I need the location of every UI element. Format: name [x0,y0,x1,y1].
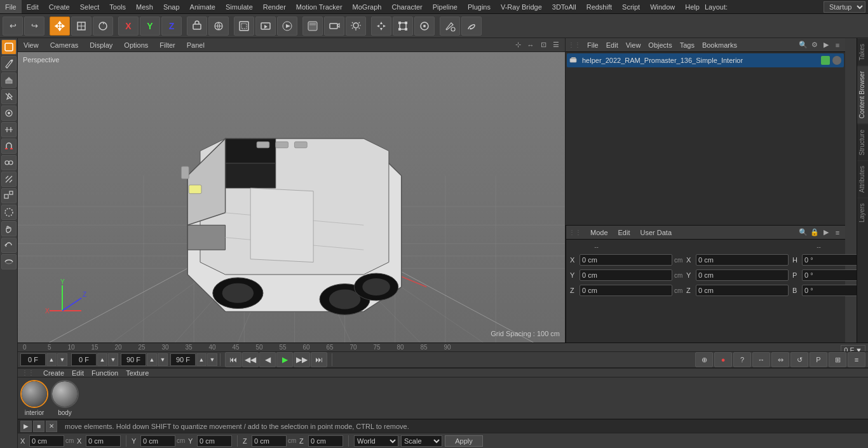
rotate-object-button[interactable] [414,17,435,36]
rotate-key-button[interactable]: ↺ [790,352,808,367]
menu-snap[interactable]: Snap [158,0,185,13]
z-size-input[interactable] [696,285,789,296]
spin-tool[interactable] [1,238,17,253]
end-frame-up[interactable]: ▲ [147,353,157,366]
world-transform-button[interactable] [208,17,229,36]
material-item-body[interactable]: body [51,380,79,416]
object-tag-green[interactable] [821,56,830,65]
attr-mode-menu[interactable]: Mode [588,229,611,236]
weld-tool[interactable] [1,155,17,170]
sculpt-button[interactable] [461,17,482,36]
record-active-button[interactable]: ● [714,352,732,367]
mat-create-menu[interactable]: Create [43,369,64,377]
om-file-menu[interactable]: File [585,41,601,49]
om-search-icon[interactable]: 🔍 [798,40,808,50]
table-row[interactable]: helper_2022_RAM_Promaster_136_Simple_Int… [567,53,844,67]
om-edit-menu[interactable]: Edit [604,41,621,49]
record-button[interactable]: ⊕ [695,352,713,367]
move-key-button[interactable]: ↔ [752,352,770,367]
x-position-input[interactable] [580,254,672,266]
attributes-tab[interactable]: Attributes [857,160,868,198]
y-axis-button[interactable]: Y [140,17,160,36]
move-object-button[interactable] [371,17,391,36]
attr-expand-icon[interactable]: ▶ [821,227,831,238]
menu-pipeline[interactable]: Pipeline [428,0,463,13]
viewport-panel-menu[interactable]: Panel [185,41,207,49]
end-frame-input[interactable] [121,353,146,366]
object-mode-button[interactable] [187,17,207,36]
frame-up-arrow[interactable]: ▲ [46,353,57,366]
menu-edit[interactable]: Edit [22,0,44,13]
render-button[interactable] [277,17,297,36]
menu-motion-tracker[interactable]: Motion Tracker [291,0,348,13]
bridge-tool[interactable] [1,122,17,137]
viewport-shading-button[interactable] [302,17,323,36]
render-region-button[interactable] [234,17,254,36]
max-frame-input[interactable] [170,353,196,366]
x-coord-input[interactable] [29,435,64,447]
y-size-input[interactable] [696,269,789,281]
menu-character[interactable]: Character [386,0,427,13]
frame-indicator[interactable]: 0 F ▼ [841,345,865,352]
max-frame-up[interactable]: ▲ [196,353,207,366]
structure-tab[interactable]: Structure [857,124,868,161]
z-position-input[interactable] [580,285,672,296]
camera-button[interactable] [324,17,344,36]
menu-script[interactable]: Script [617,0,645,13]
layout-select[interactable]: Startup [824,1,865,13]
y2-coord-input[interactable] [197,435,232,447]
om-bookmarks-menu[interactable]: Bookmarks [700,41,740,49]
loop-cut-tool[interactable] [1,105,17,121]
object-tool[interactable] [1,39,17,55]
menu-mesh[interactable]: Mesh [131,0,158,13]
z2-coord-input[interactable] [308,435,343,447]
menu-tools[interactable]: Tools [104,0,131,13]
menu-plugins[interactable]: Plugins [463,0,496,13]
start-frame-down[interactable]: ▼ [108,353,118,366]
paint-select-tool[interactable] [1,205,17,220]
material-sphere-body[interactable] [51,380,79,408]
param-button[interactable]: P [810,352,827,367]
om-objects-menu[interactable]: Objects [646,41,674,49]
magnet-tool[interactable] [1,139,17,154]
om-expand-icon[interactable]: ▶ [821,40,831,50]
go-to-end-button[interactable]: ⏭ [311,352,327,367]
scale-tool-button[interactable] [71,17,92,36]
attr-userdata-menu[interactable]: User Data [638,229,675,236]
status-stop-icon[interactable]: ■ [33,421,44,432]
go-to-start-button[interactable]: ⏮ [225,352,241,367]
mat-function-menu[interactable]: Function [92,369,118,377]
start-frame-up[interactable]: ▲ [97,353,107,366]
om-filter-icon[interactable]: ⚙ [810,40,820,50]
viewport-filter-menu[interactable]: Filter [158,41,177,49]
grab-tool[interactable] [1,221,17,236]
y-coord-input[interactable] [140,435,175,447]
frame-down-arrow[interactable]: ▼ [57,353,67,366]
light-button[interactable] [346,17,366,36]
redo-button[interactable]: ↪ [24,17,44,36]
help-button[interactable]: ? [733,352,751,367]
array-tool[interactable] [1,188,17,203]
undo-button[interactable]: ↩ [3,17,23,36]
paint-button[interactable] [440,17,460,36]
apply-button[interactable]: Apply [445,435,483,447]
menu-vray[interactable]: V-Ray Bridge [496,0,547,13]
knife-tool[interactable] [1,89,17,104]
grid-button[interactable]: ⊞ [829,352,846,367]
poly-pen-tool[interactable] [1,56,17,71]
options-button[interactable]: ≡ [848,352,865,367]
material-sphere-interior[interactable] [20,380,48,408]
viewport-options-menu[interactable]: Options [122,41,150,49]
status-close-icon[interactable]: ✕ [46,421,57,432]
x2-coord-input[interactable] [86,435,121,447]
material-item-interior[interactable]: interior [20,380,48,416]
step-back-button[interactable]: ◀◀ [242,352,259,367]
rotate-tool-button[interactable] [93,17,113,36]
object-tag-circle[interactable] [832,56,841,65]
move-tool-button[interactable] [50,17,70,36]
timeline-ruler[interactable]: 0 5 10 15 20 25 30 35 40 45 50 55 60 65 … [18,343,868,352]
menu-create[interactable]: Create [44,0,75,13]
om-view-menu[interactable]: View [623,41,644,49]
attr-settings-icon[interactable]: ≡ [832,227,843,238]
mat-edit-menu[interactable]: Edit [72,369,84,377]
